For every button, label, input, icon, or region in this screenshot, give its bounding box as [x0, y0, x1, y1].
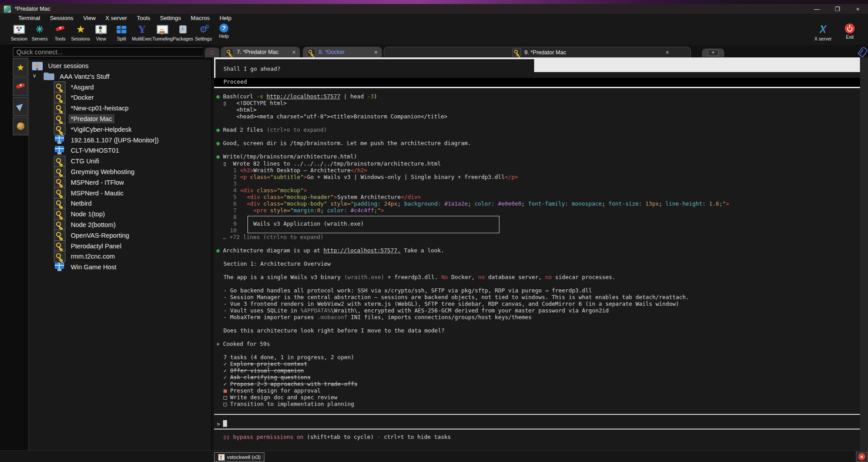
- tree-item-192-168-1-107-ups-monitor-[interactable]: 192.168.1.107 ([UPS-Monitor]): [54, 135, 161, 146]
- toolbar-button-view[interactable]: View: [91, 22, 111, 41]
- menu-tools[interactable]: Tools: [132, 15, 155, 21]
- quick-connect-input[interactable]: Quick connect...: [13, 47, 211, 57]
- tab-close-icon[interactable]: ×: [665, 49, 669, 56]
- rail-tab-star[interactable]: ★: [13, 58, 28, 77]
- toolbar-button-servers[interactable]: ✳Servers: [29, 22, 50, 41]
- minimize-button[interactable]: —: [807, 4, 827, 14]
- terminal-line: Section 1: Architecture Overview: [223, 260, 331, 267]
- tree-item-openvas-reporting[interactable]: OpenVAS-Reporting: [54, 230, 131, 241]
- new-tab-button[interactable]: +: [702, 49, 724, 57]
- packages-icon: ↓: [177, 24, 189, 35]
- maximize-button[interactable]: ❐: [827, 4, 848, 14]
- toolbar-label: Split: [117, 36, 126, 41]
- proceed-underline: [214, 87, 860, 88]
- toolbar-label: Servers: [32, 36, 48, 41]
- tree-item-aaa-vantz-s-stuff[interactable]: AAA Vantz's Stuff: [44, 71, 112, 82]
- multiexec-icon: Y: [136, 24, 148, 35]
- menu-settings[interactable]: Settings: [155, 15, 186, 21]
- toolbar-button-exit[interactable]: Exit: [840, 22, 860, 41]
- tab-close-icon[interactable]: ×: [374, 49, 377, 56]
- window-controls: — ❐ ×: [807, 4, 868, 14]
- key-icon: [54, 219, 65, 231]
- tab-9-predator-mac[interactable]: 9. *Predator Mac×: [384, 47, 691, 57]
- tree-item-label: *Predator Mac: [69, 114, 114, 123]
- tree-item-label: CTG Unifi: [69, 157, 101, 166]
- close-icon: ×: [858, 453, 865, 460]
- terminal-line: Proceed: [223, 78, 247, 85]
- key-icon: [54, 92, 65, 103]
- menu-help[interactable]: Help: [215, 15, 236, 21]
- tree-item-mspnerd-itflow[interactable]: MSPNerd - ITFlow: [54, 177, 126, 188]
- toolbar-label: Help: [219, 33, 229, 39]
- tree-item--predator-mac[interactable]: *Predator Mac: [54, 113, 114, 124]
- proceed-option-row[interactable]: [214, 78, 860, 87]
- tree-item-clt-vmhost01[interactable]: CLT-VMHOST01: [54, 145, 122, 156]
- tab-label: 7. *Predator Mac: [237, 49, 279, 55]
- terminal-line: >: [217, 421, 220, 427]
- tree-item-node-2-bottom-[interactable]: Node 2(bottom): [54, 219, 118, 230]
- toolbar-button-packages[interactable]: ↓Packages: [173, 22, 193, 41]
- tab-label: 8. *Docker: [319, 49, 345, 55]
- menu-terminal[interactable]: Terminal: [13, 15, 45, 21]
- key-icon: [54, 187, 65, 199]
- tools-icon: [54, 24, 66, 35]
- terminal-line: ∗ Cooked for 59s: [216, 340, 270, 347]
- winpc-icon: [54, 262, 65, 273]
- terminal-line: … +72 lines (ctrl+o to expand): [223, 234, 324, 240]
- tree-item--new-cp01-heistacp[interactable]: *New-cp01-heistacp: [54, 103, 131, 113]
- home-tab[interactable]: ⌂: [205, 48, 219, 57]
- rail-tab-globe[interactable]: [13, 117, 28, 135]
- terminal-line: 3: [227, 180, 237, 187]
- tree-item--vigilcyber-helpdesk[interactable]: *VigilCyber-Helpdesk: [54, 124, 134, 135]
- tree-item-win-game-host[interactable]: Win Game Host: [54, 262, 118, 272]
- tree-item-node-1-top-[interactable]: Node 1(top): [54, 209, 107, 219]
- tree-item-user-sessions[interactable]: User sessions: [32, 61, 91, 71]
- tree-item-rmm-t2cnc-com[interactable]: rmm.t2cnc.com: [54, 251, 117, 262]
- tree-item-netbird[interactable]: Netbird: [54, 198, 94, 209]
- toolbar-button-tunneling[interactable]: ↔Tunneling: [152, 22, 173, 41]
- rail-tab-knife[interactable]: [13, 77, 28, 96]
- key-icon: [54, 177, 65, 188]
- terminal-line: ▯▯ bypass permissions on (shift+tab to c…: [223, 434, 451, 440]
- tree-item--asgard[interactable]: *Asgard: [54, 82, 96, 93]
- rail-tab-plane[interactable]: [13, 97, 28, 116]
- help-icon: ?: [219, 24, 228, 32]
- tree-item-greyming-webhosting[interactable]: Greyming Webhosting: [54, 166, 137, 177]
- notification-close-button[interactable]: ×: [856, 452, 868, 462]
- session-icon: [13, 24, 25, 35]
- terminal-line: 6 <div class="mockup-body" style="paddin…: [227, 200, 729, 207]
- toolbar-button-split[interactable]: Split: [111, 22, 132, 41]
- toolbar-button-multiexec[interactable]: YMultiExec: [132, 22, 152, 41]
- key-icon: [54, 230, 65, 241]
- tree-item-ctg-unifi[interactable]: CTG Unifi: [54, 156, 101, 166]
- toolbar-button-sessions[interactable]: ★Sessions: [70, 22, 91, 41]
- status-bar: vstockwell (x3) ×: [0, 450, 868, 462]
- tab-7-predator-mac[interactable]: 7. *Predator Mac×: [221, 47, 300, 57]
- tree-item--docker[interactable]: *Docker: [54, 92, 96, 103]
- tree-item-label: Node 2(bottom): [69, 220, 118, 229]
- chevron-down-icon[interactable]: ∨: [32, 73, 37, 79]
- toolbar-button-help[interactable]: ?Help: [214, 22, 234, 41]
- tree-item-pterodactyl-panel[interactable]: Pterodactyl Panel: [54, 241, 124, 251]
- tab-close-icon[interactable]: ×: [292, 49, 296, 56]
- toolbar-label: View: [96, 36, 106, 41]
- toolbar-button-x-server[interactable]: XX server: [813, 22, 833, 41]
- menu-x-server[interactable]: X server: [101, 15, 132, 21]
- terminal-line: ✓ Explore project context: [223, 361, 307, 367]
- key-icon: [54, 156, 65, 167]
- toolbar-button-session[interactable]: Session: [9, 22, 29, 41]
- terminal[interactable]: Shall I go ahead?Proceed● Bash(curl -s h…: [214, 57, 860, 450]
- tab-8-docker[interactable]: 8. *Docker×: [303, 47, 382, 57]
- toolbar-button-settings[interactable]: ⚙⚙Settings: [193, 22, 214, 41]
- user-session-button[interactable]: vstockwell (x3): [214, 452, 264, 462]
- tree-item-mspnerd-mautic[interactable]: MSPNerd - Mautic: [54, 188, 126, 199]
- terminal-line: 7 tasks (4 done, 1 in progress, 2 open): [223, 354, 354, 361]
- toolbar-button-tools[interactable]: Tools: [50, 22, 70, 41]
- menu-view[interactable]: View: [78, 15, 101, 21]
- menu-sessions[interactable]: Sessions: [45, 15, 78, 21]
- close-button[interactable]: ×: [848, 4, 868, 14]
- terminal-line: - Vault uses SQLite in %APPDATA%\Wraith\…: [223, 307, 608, 314]
- menu-macros[interactable]: Macros: [186, 15, 215, 21]
- terminal-right-gutter[interactable]: [860, 57, 868, 450]
- folder-icon: [44, 73, 54, 81]
